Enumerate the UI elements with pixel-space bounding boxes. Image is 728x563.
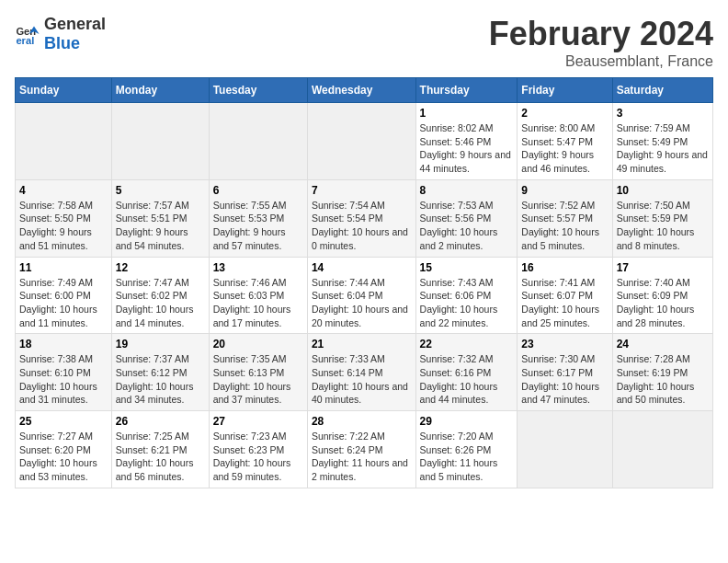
calendar-cell: 26 Sunrise: 7:25 AM Sunset: 6:21 PM Dayl… <box>111 411 209 488</box>
day-number: 22 <box>420 338 514 350</box>
day-info: Sunrise: 7:28 AM Sunset: 6:19 PM Dayligh… <box>617 352 709 407</box>
calendar-header: SundayMondayTuesdayWednesdayThursdayFrid… <box>16 78 713 103</box>
week-row-3: 11 Sunrise: 7:49 AM Sunset: 6:00 PM Dayl… <box>16 257 713 334</box>
day-info: Sunrise: 7:59 AM Sunset: 5:49 PM Dayligh… <box>617 121 709 176</box>
svg-text:eral: eral <box>16 35 34 46</box>
logo-blue: Blue <box>44 34 80 52</box>
calendar-cell: 21 Sunrise: 7:33 AM Sunset: 6:14 PM Dayl… <box>307 334 415 411</box>
title-section: February 2024 Beausemblant, France <box>489 15 713 70</box>
calendar-cell: 15 Sunrise: 7:43 AM Sunset: 6:06 PM Dayl… <box>415 257 518 334</box>
day-info: Sunrise: 7:58 AM Sunset: 5:50 PM Dayligh… <box>19 199 108 253</box>
day-info: Sunrise: 7:52 AM Sunset: 5:57 PM Dayligh… <box>521 199 608 253</box>
week-row-4: 18 Sunrise: 7:38 AM Sunset: 6:10 PM Dayl… <box>16 334 713 411</box>
page-title: February 2024 <box>489 15 713 53</box>
calendar-cell: 25 Sunrise: 7:27 AM Sunset: 6:20 PM Dayl… <box>16 411 112 488</box>
day-number: 24 <box>617 338 709 350</box>
calendar-cell: 22 Sunrise: 7:32 AM Sunset: 6:16 PM Dayl… <box>415 334 518 411</box>
calendar-cell: 9 Sunrise: 7:52 AM Sunset: 5:57 PM Dayli… <box>518 179 612 257</box>
day-info: Sunrise: 7:38 AM Sunset: 6:10 PM Dayligh… <box>19 352 108 407</box>
calendar-cell <box>16 103 112 180</box>
calendar-cell: 24 Sunrise: 7:28 AM Sunset: 6:19 PM Dayl… <box>612 334 712 411</box>
day-info: Sunrise: 7:54 AM Sunset: 5:54 PM Dayligh… <box>312 199 412 253</box>
calendar-cell: 18 Sunrise: 7:38 AM Sunset: 6:10 PM Dayl… <box>16 334 112 411</box>
calendar-cell: 8 Sunrise: 7:53 AM Sunset: 5:56 PM Dayli… <box>415 179 518 257</box>
day-number: 4 <box>19 184 108 197</box>
day-info: Sunrise: 7:32 AM Sunset: 6:16 PM Dayligh… <box>420 352 514 407</box>
day-number: 16 <box>521 261 608 274</box>
day-info: Sunrise: 7:41 AM Sunset: 6:07 PM Dayligh… <box>521 276 608 330</box>
day-number: 20 <box>213 338 303 350</box>
calendar-cell <box>518 411 612 488</box>
calendar-cell: 4 Sunrise: 7:58 AM Sunset: 5:50 PM Dayli… <box>16 179 112 257</box>
calendar-cell: 2 Sunrise: 8:00 AM Sunset: 5:47 PM Dayli… <box>518 103 612 180</box>
logo-icon: Gen eral <box>15 21 40 47</box>
day-number: 13 <box>213 261 303 274</box>
calendar-cell: 3 Sunrise: 7:59 AM Sunset: 5:49 PM Dayli… <box>612 103 712 180</box>
calendar-cell: 28 Sunrise: 7:22 AM Sunset: 6:24 PM Dayl… <box>307 411 415 488</box>
day-info: Sunrise: 7:46 AM Sunset: 6:03 PM Dayligh… <box>213 276 303 330</box>
calendar-cell: 11 Sunrise: 7:49 AM Sunset: 6:00 PM Dayl… <box>16 257 112 334</box>
day-number: 9 <box>521 184 608 197</box>
calendar-cell: 7 Sunrise: 7:54 AM Sunset: 5:54 PM Dayli… <box>307 179 415 257</box>
logo: Gen eral General Blue <box>15 15 106 53</box>
day-info: Sunrise: 7:47 AM Sunset: 6:02 PM Dayligh… <box>116 276 205 330</box>
calendar-cell: 14 Sunrise: 7:44 AM Sunset: 6:04 PM Dayl… <box>307 257 415 334</box>
day-info: Sunrise: 7:40 AM Sunset: 6:09 PM Dayligh… <box>617 276 709 330</box>
day-number: 15 <box>420 261 514 274</box>
day-info: Sunrise: 7:20 AM Sunset: 6:26 PM Dayligh… <box>420 430 514 484</box>
calendar-cell: 5 Sunrise: 7:57 AM Sunset: 5:51 PM Dayli… <box>111 179 209 257</box>
day-info: Sunrise: 7:49 AM Sunset: 6:00 PM Dayligh… <box>19 276 108 330</box>
header-sunday: Sunday <box>16 78 112 103</box>
header-thursday: Thursday <box>415 78 518 103</box>
calendar-cell: 6 Sunrise: 7:55 AM Sunset: 5:53 PM Dayli… <box>209 179 307 257</box>
calendar-cell <box>307 103 415 180</box>
day-number: 17 <box>617 261 709 274</box>
calendar-cell: 27 Sunrise: 7:23 AM Sunset: 6:23 PM Dayl… <box>209 411 307 488</box>
day-number: 3 <box>617 107 709 120</box>
calendar-cell <box>612 411 712 488</box>
day-info: Sunrise: 7:44 AM Sunset: 6:04 PM Dayligh… <box>312 276 412 330</box>
day-info: Sunrise: 7:50 AM Sunset: 5:59 PM Dayligh… <box>617 199 709 253</box>
logo-general: General <box>44 15 106 33</box>
day-number: 14 <box>312 261 412 274</box>
day-number: 28 <box>312 415 412 428</box>
day-info: Sunrise: 7:27 AM Sunset: 6:20 PM Dayligh… <box>19 430 108 484</box>
day-number: 26 <box>116 415 205 428</box>
day-info: Sunrise: 8:02 AM Sunset: 5:46 PM Dayligh… <box>420 121 514 176</box>
week-row-5: 25 Sunrise: 7:27 AM Sunset: 6:20 PM Dayl… <box>16 411 713 488</box>
calendar-cell: 20 Sunrise: 7:35 AM Sunset: 6:13 PM Dayl… <box>209 334 307 411</box>
day-number: 27 <box>213 415 303 428</box>
calendar-cell: 13 Sunrise: 7:46 AM Sunset: 6:03 PM Dayl… <box>209 257 307 334</box>
day-number: 29 <box>420 415 514 428</box>
day-info: Sunrise: 7:53 AM Sunset: 5:56 PM Dayligh… <box>420 199 514 253</box>
day-info: Sunrise: 7:57 AM Sunset: 5:51 PM Dayligh… <box>116 199 205 253</box>
day-number: 21 <box>312 338 412 350</box>
header-friday: Friday <box>518 78 612 103</box>
header-saturday: Saturday <box>612 78 712 103</box>
day-info: Sunrise: 7:23 AM Sunset: 6:23 PM Dayligh… <box>213 430 303 484</box>
calendar-table: SundayMondayTuesdayWednesdayThursdayFrid… <box>15 77 713 488</box>
day-number: 12 <box>116 261 205 274</box>
day-info: Sunrise: 7:25 AM Sunset: 6:21 PM Dayligh… <box>116 430 205 484</box>
header-monday: Monday <box>111 78 209 103</box>
day-number: 23 <box>521 338 608 350</box>
calendar-cell <box>209 103 307 180</box>
day-number: 10 <box>617 184 709 197</box>
day-info: Sunrise: 7:43 AM Sunset: 6:06 PM Dayligh… <box>420 276 514 330</box>
calendar-cell: 29 Sunrise: 7:20 AM Sunset: 6:26 PM Dayl… <box>415 411 518 488</box>
day-info: Sunrise: 7:35 AM Sunset: 6:13 PM Dayligh… <box>213 352 303 407</box>
week-row-1: 1 Sunrise: 8:02 AM Sunset: 5:46 PM Dayli… <box>16 103 713 180</box>
calendar-cell: 12 Sunrise: 7:47 AM Sunset: 6:02 PM Dayl… <box>111 257 209 334</box>
day-number: 25 <box>19 415 108 428</box>
page-header: Gen eral General Blue February 2024 Beau… <box>15 15 713 70</box>
week-row-2: 4 Sunrise: 7:58 AM Sunset: 5:50 PM Dayli… <box>16 179 713 257</box>
calendar-cell: 17 Sunrise: 7:40 AM Sunset: 6:09 PM Dayl… <box>612 257 712 334</box>
day-info: Sunrise: 7:55 AM Sunset: 5:53 PM Dayligh… <box>213 199 303 253</box>
page-subtitle: Beausemblant, France <box>489 53 713 70</box>
day-number: 7 <box>312 184 412 197</box>
header-wednesday: Wednesday <box>307 78 415 103</box>
header-tuesday: Tuesday <box>209 78 307 103</box>
day-number: 6 <box>213 184 303 197</box>
calendar-cell: 1 Sunrise: 8:02 AM Sunset: 5:46 PM Dayli… <box>415 103 518 180</box>
day-info: Sunrise: 7:22 AM Sunset: 6:24 PM Dayligh… <box>312 430 412 484</box>
